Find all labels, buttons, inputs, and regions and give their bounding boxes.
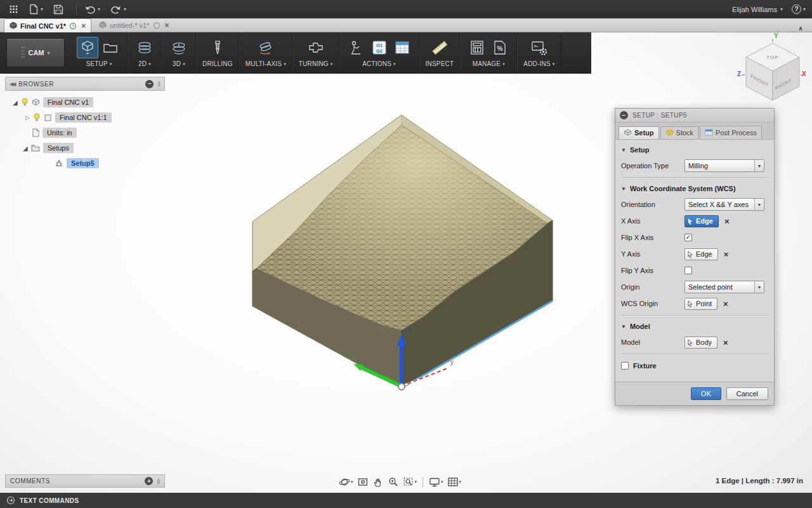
- tree-item-label[interactable]: Final CNC v1: [43, 97, 93, 107]
- zoom-window-button[interactable]: ▾: [401, 474, 419, 490]
- panel-grip-icon[interactable]: ‖: [157, 80, 160, 88]
- ok-button[interactable]: OK: [691, 387, 721, 400]
- collapse-tabbar-icon[interactable]: ∧: [793, 25, 808, 32]
- flip-y-checkbox[interactable]: [684, 267, 692, 274]
- ribbon-menu-inspect[interactable]: INSPECT: [426, 60, 454, 67]
- ribbon-menu-setup[interactable]: SETUP▾: [86, 60, 112, 67]
- tab-final-cnc-v1[interactable]: Final CNC v1* ×: [4, 18, 91, 32]
- add-comment-icon[interactable]: +: [145, 477, 153, 485]
- sync-status-icon[interactable]: [69, 22, 77, 30]
- visibility-bulb-icon[interactable]: [33, 113, 41, 122]
- app-grid-button[interactable]: [6, 3, 21, 15]
- panel-grip-icon[interactable]: ‖: [157, 478, 160, 485]
- new-setup-button[interactable]: [77, 37, 98, 58]
- expand-icon[interactable]: ◢: [13, 99, 18, 106]
- tree-item-component[interactable]: ▷ Final CNC v1:1: [5, 110, 165, 125]
- collapse-icon[interactable]: ▷: [25, 114, 30, 121]
- dialog-title-bar[interactable]: − SETUP : SETUP5: [615, 109, 774, 123]
- wcs-origin-selection-button[interactable]: Point: [684, 298, 717, 310]
- undo-menu-caret-icon[interactable]: ▾: [98, 6, 100, 12]
- ribbon-menu-manage[interactable]: MANAGE▾: [473, 60, 505, 67]
- machining-time-button[interactable]: %: [489, 37, 511, 58]
- clear-wcs-origin-icon[interactable]: ×: [723, 299, 728, 309]
- grid-layout-button[interactable]: ▾: [445, 474, 464, 490]
- operation-type-dropdown[interactable]: Milling ▼: [684, 159, 764, 172]
- origin-dropdown[interactable]: Selected point ▼: [684, 281, 764, 293]
- section-setup[interactable]: ▼ Setup: [615, 142, 774, 157]
- display-menu-caret-icon[interactable]: ▾: [441, 479, 443, 485]
- tab-setup[interactable]: Setup: [619, 126, 659, 139]
- section-wcs[interactable]: ▼ Work Coordinate System (WCS): [615, 181, 774, 196]
- model-selection-button[interactable]: Body: [684, 337, 717, 349]
- ribbon-menu-drilling[interactable]: DRILLING: [202, 60, 233, 67]
- wcs-origin-marker[interactable]: [398, 384, 405, 390]
- setup-sheet-button[interactable]: [391, 37, 413, 58]
- scripts-addins-button[interactable]: >-: [528, 37, 550, 58]
- model-3d-view[interactable]: z x y: [235, 105, 565, 403]
- ribbon-menu-multiaxis[interactable]: MULTI-AXIS▾: [246, 60, 286, 67]
- close-tab-icon[interactable]: ×: [81, 22, 86, 30]
- tool-library-button[interactable]: [466, 37, 488, 58]
- 3d-strategies-button[interactable]: [168, 37, 190, 58]
- measure-button[interactable]: [429, 37, 450, 58]
- pan-button[interactable]: [370, 474, 386, 490]
- cancel-button[interactable]: Cancel: [726, 387, 768, 400]
- ribbon-menu-turning[interactable]: TURNING▾: [299, 60, 333, 67]
- viewcube-top-label[interactable]: TOP: [766, 55, 778, 60]
- clear-x-axis-icon[interactable]: ×: [724, 217, 730, 226]
- tab-untitled[interactable]: untitled-* v1* ×: [94, 18, 174, 32]
- zoom-button[interactable]: [386, 474, 401, 490]
- simulate-button[interactable]: [346, 37, 367, 58]
- ribbon-menu-3d[interactable]: 3D▾: [173, 60, 185, 67]
- redo-menu-caret-icon[interactable]: ▾: [124, 6, 126, 12]
- y-axis-selection-button[interactable]: Edge: [684, 248, 718, 260]
- tree-item-label[interactable]: Units: in: [43, 128, 77, 138]
- tree-item-label[interactable]: Final CNC v1:1: [55, 112, 112, 123]
- grid-menu-caret-icon[interactable]: ▾: [459, 479, 462, 485]
- comments-bar[interactable]: COMMENTS + ‖: [5, 474, 165, 488]
- save-button[interactable]: [51, 3, 66, 16]
- undo-button[interactable]: ▾: [82, 3, 103, 16]
- close-tab-icon[interactable]: ×: [165, 21, 169, 30]
- workspace-switcher[interactable]: CAM ▾: [6, 38, 65, 67]
- tree-item-setups-folder[interactable]: ◢ Setups: [5, 140, 165, 156]
- tab-stock[interactable]: Stock: [660, 126, 699, 139]
- new-folder-button[interactable]: [100, 37, 121, 58]
- tree-item-units[interactable]: Units: in: [5, 125, 165, 140]
- orbit-button[interactable]: ▾: [337, 474, 355, 490]
- 2d-strategies-button[interactable]: [134, 37, 155, 58]
- browser-header[interactable]: ◀◀ BROWSER − ‖: [5, 77, 165, 91]
- tab-post-process[interactable]: Post Process: [700, 126, 762, 139]
- ribbon-menu-addins[interactable]: ADD-INS▾: [523, 60, 554, 67]
- view-cube[interactable]: TOP FRONT RIGHT Y Z X: [733, 29, 812, 112]
- visibility-bulb-icon[interactable]: [21, 98, 29, 107]
- user-account-menu[interactable]: Elijah Williams ▾: [732, 6, 783, 13]
- multi-axis-button[interactable]: [255, 37, 277, 58]
- redo-button[interactable]: ▾: [108, 3, 129, 16]
- clear-y-axis-icon[interactable]: ×: [724, 250, 729, 259]
- orbit-menu-caret-icon[interactable]: ▾: [351, 479, 353, 485]
- look-at-button[interactable]: [355, 474, 370, 490]
- collapse-panel-icon[interactable]: ◀◀: [10, 81, 15, 87]
- minimize-browser-icon[interactable]: −: [145, 80, 154, 88]
- x-axis-selection-button[interactable]: Edge: [684, 215, 719, 227]
- drilling-button[interactable]: [207, 37, 228, 58]
- sync-status-icon[interactable]: [153, 22, 160, 29]
- post-process-button[interactable]: G1G2: [369, 37, 390, 58]
- zoom-menu-caret-icon[interactable]: ▾: [415, 479, 417, 485]
- section-model[interactable]: ▼ Model: [615, 319, 774, 334]
- tree-item-label[interactable]: Setups: [43, 143, 74, 153]
- help-menu[interactable]: ? ▾: [792, 4, 806, 14]
- ribbon-menu-actions[interactable]: ACTIONS▾: [362, 60, 396, 67]
- text-commands-bar[interactable]: TEXT COMMANDS: [0, 493, 812, 508]
- minimize-dialog-icon[interactable]: −: [620, 111, 628, 119]
- expand-icon[interactable]: ◢: [23, 145, 28, 152]
- flip-x-checkbox[interactable]: ✓: [684, 234, 692, 241]
- tree-item-setup5[interactable]: Setup5: [5, 156, 165, 171]
- orientation-dropdown[interactable]: Select X && Y axes ▼: [684, 198, 764, 211]
- ribbon-menu-2d[interactable]: 2D▾: [138, 60, 151, 67]
- file-menu-button[interactable]: ▾: [26, 3, 46, 16]
- tree-item-label[interactable]: Setup5: [67, 158, 99, 168]
- tree-item-document[interactable]: ◢ Final CNC v1: [5, 95, 165, 110]
- display-settings-button[interactable]: ▾: [427, 474, 445, 490]
